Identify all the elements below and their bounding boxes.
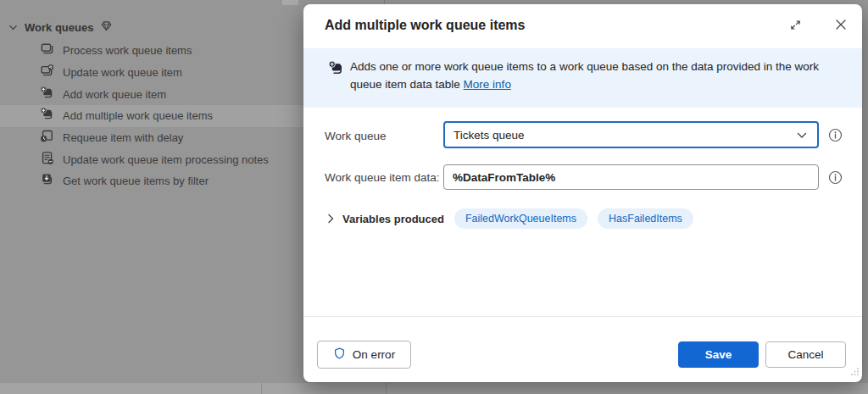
- chevron-down-icon[interactable]: [797, 127, 807, 142]
- queue-items-icon: [40, 42, 54, 59]
- save-button[interactable]: Save: [678, 341, 759, 368]
- action-item-label: Add work queue item: [63, 88, 166, 101]
- work-queue-label: Work queue: [325, 130, 387, 142]
- queue-items-add-icon: [328, 60, 344, 80]
- more-info-link[interactable]: More info: [464, 78, 511, 91]
- work-queue-item-data-input[interactable]: %DataFromTable%: [443, 164, 819, 190]
- close-icon: [835, 19, 847, 34]
- work-queue-info-button[interactable]: [828, 128, 843, 142]
- queue-items-filter-icon: [40, 172, 54, 190]
- variables-produced-label[interactable]: Variables produced: [342, 213, 444, 225]
- action-description-banner: Adds one or more work queue items to a w…: [303, 48, 862, 108]
- expand-icon: [789, 19, 802, 35]
- screen: Work queues Process work queue items Upd…: [0, 0, 868, 394]
- queue-item-add-icon: [40, 86, 54, 103]
- variables-produced-section: Variables produced FailedWorkQueueItems …: [326, 208, 693, 229]
- tree-group-label: Work queues: [25, 21, 93, 34]
- banner-text: Adds one or more work queue items to a w…: [350, 60, 819, 91]
- footer-divider: [303, 316, 862, 317]
- action-item-update-processing-notes[interactable]: Update work queue item processing notes: [40, 148, 269, 170]
- action-item-label: Requeue item with delay: [63, 131, 183, 144]
- chevron-right-icon[interactable]: [326, 214, 335, 224]
- background-statusbar: [0, 383, 868, 394]
- notes-update-icon: [40, 151, 54, 169]
- requeue-delay-icon: [40, 129, 54, 147]
- action-item-label: Get work queue items by filter: [63, 175, 209, 187]
- action-item-label: Update work queue item processing notes: [63, 153, 269, 166]
- action-item-requeue-item-with-delay[interactable]: Requeue item with delay: [40, 127, 269, 149]
- work-queue-item-data-value: %DataFromTable%: [453, 171, 555, 184]
- on-error-button[interactable]: On error: [317, 341, 411, 369]
- action-item-label: Process work queue items: [63, 44, 192, 57]
- gem-icon: [100, 19, 113, 36]
- action-item-get-items-by-filter[interactable]: Get work queue items by filter: [40, 170, 269, 192]
- chevron-down-icon[interactable]: [8, 20, 18, 36]
- shield-icon: [333, 347, 346, 363]
- actions-pane: Work queues Process work queue items Upd…: [0, 0, 303, 383]
- action-description-text: Adds one or more work queue items to a w…: [350, 58, 846, 93]
- add-multiple-work-queue-items-dialog: Add multiple work queue items Adds one o…: [303, 4, 862, 382]
- resize-grip[interactable]: [850, 364, 860, 380]
- work-queue-item-data-label: Work queue item data:: [325, 171, 440, 184]
- close-dialog-button[interactable]: [829, 14, 853, 38]
- work-queue-value: Tickets queue: [453, 129, 797, 142]
- actions-list: Process work queue items Update work que…: [40, 40, 269, 192]
- variable-pill-failedworkqueueitems[interactable]: FailedWorkQueueItems: [454, 208, 587, 229]
- action-item-update-work-queue-item[interactable]: Update work queue item: [40, 62, 269, 84]
- action-item-process-work-queue-items[interactable]: Process work queue items: [40, 40, 269, 62]
- action-item-add-multiple-work-queue-items[interactable]: Add multiple work queue items: [40, 105, 269, 127]
- queue-items-add-icon: [40, 107, 54, 125]
- work-queue-item-data-info-button[interactable]: [828, 170, 843, 185]
- dialog-title: Add multiple work queue items: [325, 18, 525, 33]
- on-error-label: On error: [353, 348, 395, 361]
- expand-dialog-button[interactable]: [783, 14, 807, 38]
- variable-pill-hasfaileditems[interactable]: HasFailedItems: [598, 208, 693, 229]
- action-item-add-work-queue-item[interactable]: Add work queue item: [40, 83, 269, 105]
- background-artifact: [261, 383, 262, 394]
- action-item-label: Update work queue item: [63, 66, 182, 79]
- queue-item-update-icon: [40, 64, 54, 81]
- tree-group-work-queues[interactable]: Work queues: [8, 19, 113, 36]
- action-item-label: Add multiple work queue items: [63, 109, 213, 122]
- work-queue-combobox[interactable]: Tickets queue: [443, 121, 819, 148]
- cancel-button[interactable]: Cancel: [765, 341, 846, 368]
- background-artifact: [386, 383, 387, 394]
